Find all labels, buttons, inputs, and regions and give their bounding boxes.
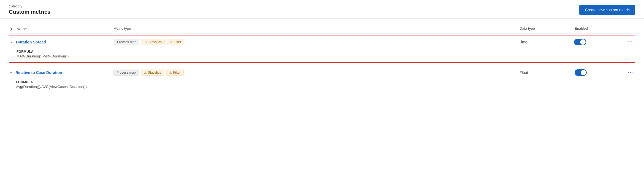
formula-label-2: FORMULA <box>16 80 635 84</box>
metrics-table: ❯ Name Metric type Data type Enabled ∨ D… <box>0 19 644 98</box>
badge-process-map-1: Process map <box>114 39 139 45</box>
toggle-cell-relative-case-duration <box>575 69 619 76</box>
category-label: Category <box>9 4 50 8</box>
table-header-row: ❯ Name Metric type Data type Enabled <box>9 24 635 34</box>
warning-icon-1a: ⚠ <box>145 40 147 44</box>
badge-statistics-2: ⚠ Statistics <box>141 70 164 76</box>
badge-process-map-1-label: Process map <box>117 40 136 44</box>
header-left: Category Custom metrics <box>9 4 50 15</box>
row-detail-relative-case-duration: FORMULA Avg(Duration())/AVG(ViewCases, D… <box>9 79 635 93</box>
create-custom-metric-button[interactable]: Create new custom metric <box>579 5 635 15</box>
badge-statistics-1: ⚠ Statistics <box>142 39 165 45</box>
badge-statistics-1-label: Statistics <box>148 40 162 44</box>
badge-filter-1: ⚠ Filter <box>167 39 184 45</box>
badge-process-map-2: Process map <box>113 70 139 76</box>
toggle-duration-spread[interactable] <box>574 39 586 45</box>
badge-statistics-2-label: Statistics <box>148 71 161 74</box>
badge-filter-1-label: Filter <box>174 40 181 44</box>
name-column-label: Name <box>17 27 27 31</box>
chevron-down-icon-2[interactable]: ∨ <box>9 71 13 74</box>
row-name-cell-duration-spread: ∨ Duration Spread <box>9 40 114 44</box>
toggle-cell-duration-spread <box>574 39 618 45</box>
more-options-duration-spread[interactable]: ··· <box>618 39 635 45</box>
page-header: Category Custom metrics Create new custo… <box>0 0 644 19</box>
data-type-column-header: Data type <box>520 26 575 31</box>
more-options-relative-case-duration[interactable]: ··· <box>619 70 635 76</box>
badge-process-map-2-label: Process map <box>116 71 136 74</box>
name-column-header: ❯ Name <box>9 26 113 31</box>
page-title: Custom metrics <box>9 9 50 15</box>
row-group-relative-case-duration: ∨ Relative to Case Duration Process map … <box>9 66 635 93</box>
enabled-column-header: Enabled <box>575 26 619 31</box>
badges-relative-case-duration: Process map ⚠ Statistics ⚠ Filter <box>113 70 520 76</box>
badge-filter-2-label: Filter <box>173 71 181 74</box>
row-detail-duration-spread: FORMULA MAX(Duration())-MIN(Duration()) <box>9 49 635 62</box>
formula-value-1: MAX(Duration())-MIN(Duration()) <box>17 54 635 58</box>
data-type-duration-spread: Time <box>519 40 574 44</box>
formula-value-2: Avg(Duration())/AVG(ViewCases, Duration(… <box>16 85 635 89</box>
row-main-duration-spread: ∨ Duration Spread Process map ⚠ Statisti… <box>9 35 635 49</box>
warning-icon-2a: ⚠ <box>144 71 147 74</box>
metric-type-column-header: Metric type <box>113 26 520 31</box>
metric-name-duration-spread[interactable]: Duration Spread <box>16 40 46 44</box>
metric-name-relative-case-duration[interactable]: Relative to Case Duration <box>15 70 62 75</box>
data-type-relative-case-duration: Float <box>520 70 575 75</box>
badge-filter-2: ⚠ Filter <box>166 70 184 76</box>
warning-icon-2b: ⚠ <box>169 71 172 74</box>
formula-label-1: FORMULA <box>17 50 635 54</box>
row-name-cell-relative-case-duration: ∨ Relative to Case Duration <box>9 70 113 75</box>
row-main-relative-case-duration: ∨ Relative to Case Duration Process map … <box>9 66 635 79</box>
toggle-relative-case-duration[interactable] <box>575 69 587 76</box>
warning-icon-1b: ⚠ <box>170 40 173 44</box>
badges-duration-spread: Process map ⚠ Statistics ⚠ Filter <box>114 39 519 45</box>
row-group-duration-spread: ∨ Duration Spread Process map ⚠ Statisti… <box>9 35 635 63</box>
chevron-down-icon[interactable]: ∨ <box>9 40 14 44</box>
expand-all-icon[interactable]: ❯ <box>9 26 14 31</box>
